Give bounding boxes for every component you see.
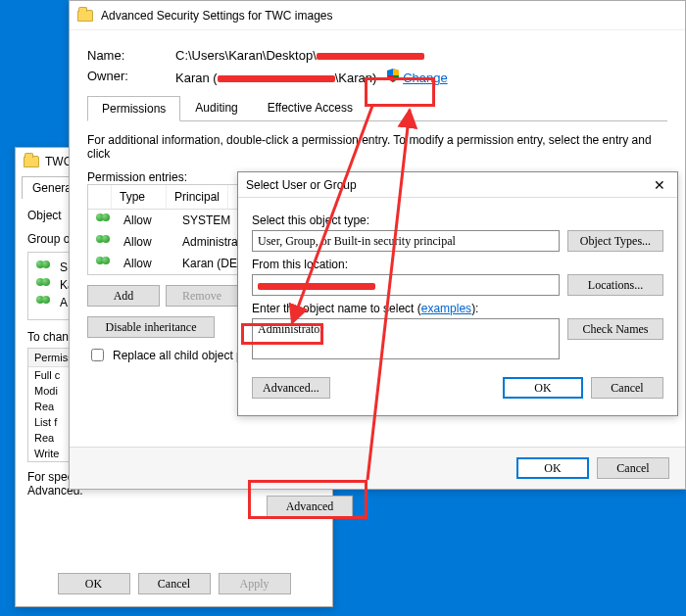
object-type-label: Select this object type: <box>252 213 663 227</box>
sel-advanced-button[interactable]: Advanced... <box>252 377 330 399</box>
examples-link[interactable]: examples <box>421 302 471 315</box>
sel-title: Select User or Group <box>246 178 357 192</box>
name-value: C:\Users\Karan\Desktop\ <box>175 48 424 63</box>
adv-titlebar[interactable]: Advanced Security Settings for TWC image… <box>70 1 685 30</box>
adv-info: For additional information, double-click… <box>87 133 667 161</box>
users-icon <box>96 213 114 227</box>
users-icon <box>96 235 114 249</box>
folder-icon <box>77 10 93 22</box>
users-icon <box>36 261 54 274</box>
tab-permissions[interactable]: Permissions <box>87 96 180 121</box>
sel-cancel-button[interactable]: Cancel <box>591 377 663 399</box>
owner-label: Owner: <box>87 69 175 85</box>
col-principal: Principal <box>167 185 228 209</box>
tab-effective-access[interactable]: Effective Access <box>253 95 368 120</box>
close-icon[interactable]: ✕ <box>650 177 669 193</box>
object-type-field <box>252 230 560 252</box>
adv-ok-button[interactable]: OK <box>516 457 589 479</box>
remove-button: Remove <box>166 285 238 307</box>
cancel-button[interactable]: Cancel <box>138 573 211 594</box>
add-button[interactable]: Add <box>87 285 160 307</box>
location-label: From this location: <box>252 258 663 271</box>
col-type: Type <box>112 185 167 209</box>
name-label: Name: <box>87 48 175 63</box>
folder-icon <box>24 156 39 167</box>
adv-title: Advanced Security Settings for TWC image… <box>101 9 333 23</box>
locations-button[interactable]: Locations... <box>567 274 663 296</box>
disable-inheritance-button[interactable]: Disable inheritance <box>87 316 215 338</box>
object-name-label: Enter the object name to select (example… <box>252 302 663 315</box>
check-names-button[interactable]: Check Names <box>567 318 663 340</box>
object-types-button[interactable]: Object Types... <box>567 230 663 252</box>
select-user-dialog: Select User or Group ✕ Select this objec… <box>237 171 678 416</box>
owner-value: Karan (\Karan) Change <box>175 69 448 85</box>
shield-icon <box>387 69 399 82</box>
advanced-button[interactable]: Advanced <box>267 496 353 517</box>
adv-cancel-button[interactable]: Cancel <box>597 457 669 479</box>
sel-ok-button[interactable]: OK <box>503 377 583 399</box>
ok-button[interactable]: OK <box>58 573 130 594</box>
replace-checkbox[interactable] <box>91 349 104 361</box>
users-icon <box>36 296 54 309</box>
users-icon <box>96 257 114 270</box>
change-link[interactable]: Change <box>403 71 448 85</box>
tab-auditing[interactable]: Auditing <box>180 95 252 120</box>
apply-button: Apply <box>219 573 291 594</box>
object-name-input[interactable]: Administrator <box>252 318 560 359</box>
sel-titlebar[interactable]: Select User or Group ✕ <box>238 172 677 198</box>
users-icon <box>36 278 54 292</box>
location-field <box>252 274 560 296</box>
